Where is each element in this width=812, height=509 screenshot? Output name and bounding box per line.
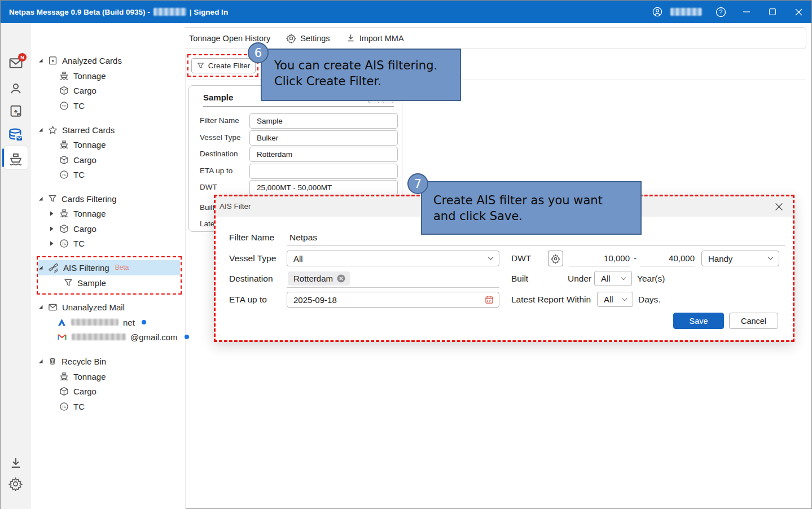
- built-dropdown[interactable]: All: [594, 271, 632, 286]
- toolbar-tonnage-history-button[interactable]: Tonnage Open History: [175, 33, 270, 43]
- callout-number-text: 7: [414, 177, 422, 191]
- tree-expanded-icon[interactable]: [38, 304, 43, 310]
- dwt-min-underline: [569, 266, 630, 266]
- callout-6-number: 6: [248, 42, 269, 63]
- sidebar-item-recycle-bin[interactable]: Recycle Bin: [38, 354, 106, 368]
- dwt-class-dropdown[interactable]: Handy: [701, 251, 779, 266]
- card-spade-icon: ♠: [9, 104, 23, 118]
- vessel-type-input[interactable]: Bulker: [249, 130, 398, 146]
- eta-input[interactable]: [249, 164, 398, 179]
- tc-icon: TC: [59, 239, 69, 248]
- sidebar-item-mail-account-1[interactable]: net: [57, 315, 146, 330]
- sidebar-item-ais-sample[interactable]: Sample: [64, 275, 106, 290]
- sidebar-item-analyzed-cards[interactable]: ♠ Analyzed Cards: [38, 53, 122, 68]
- filter-name-value[interactable]: Netpas: [289, 232, 317, 243]
- tree-expanded-icon[interactable]: [38, 265, 43, 270]
- svg-text:?: ?: [719, 8, 722, 15]
- svg-text:TC: TC: [62, 242, 67, 245]
- latest-report-label: Latest Report: [511, 295, 564, 305]
- ship-icon: [8, 152, 23, 167]
- sidebar-item-ais-filtering[interactable]: AIS Filtering Beta: [38, 260, 129, 275]
- database-mail-icon: [8, 128, 23, 143]
- rail-download-button[interactable]: [1, 452, 30, 475]
- dwt-input[interactable]: 25,000MT - 50,000MT: [249, 180, 398, 195]
- sidebar-item-starred-cards[interactable]: Starred Cards: [38, 122, 115, 137]
- account-button[interactable]: [644, 1, 670, 23]
- sidebar-item-recycle-cargo[interactable]: Cargo: [59, 384, 96, 398]
- callout-6-line-2: Click Create Filter.: [274, 73, 460, 89]
- signed-in-status: | Signed In: [190, 8, 228, 16]
- tree-collapsed-icon[interactable]: [49, 210, 55, 217]
- destination-chip[interactable]: Rotterdam: [288, 271, 350, 286]
- svg-text:TC: TC: [62, 104, 67, 107]
- sidebar-item-label: Unanalyzed Mail: [62, 302, 125, 312]
- sidebar-item-label: Analyzed Cards: [62, 56, 122, 65]
- sidebar-item-label: TC: [73, 101, 85, 111]
- dwt-max-input[interactable]: 40,000: [640, 253, 695, 263]
- sidebar-item-analyzed-tc[interactable]: TC TC: [59, 98, 85, 113]
- sidebar-item-filtering-tonnage[interactable]: Tonnage: [49, 206, 106, 221]
- sidebar-item-analyzed-tonnage[interactable]: Tonnage: [59, 68, 106, 83]
- sidebar-item-cards-filtering[interactable]: Cards Filtering: [38, 191, 117, 206]
- sidebar-item-label: Starred Cards: [62, 125, 115, 135]
- eta-date-input[interactable]: 2025-09-18: [287, 292, 499, 308]
- tree-expanded-icon[interactable]: [38, 196, 43, 201]
- blurred-email-address: [72, 334, 126, 340]
- sidebar-item-unanalyzed-mail[interactable]: Unanalyzed Mail: [38, 300, 125, 314]
- email-suffix: @gmail.com: [130, 332, 178, 342]
- dialog-close-button[interactable]: [771, 199, 786, 214]
- tree-collapsed-icon[interactable]: [49, 226, 55, 232]
- toolbar-settings-button[interactable]: Settings: [286, 33, 330, 43]
- star-icon: [48, 125, 58, 135]
- rail-contacts-button[interactable]: [1, 77, 30, 100]
- close-button[interactable]: [785, 1, 811, 23]
- card-title-divider: [203, 106, 394, 107]
- satellite-icon: [48, 262, 59, 273]
- tree-collapsed-icon[interactable]: [49, 240, 55, 247]
- ship-icon: [59, 372, 69, 381]
- rail-cards-button[interactable]: ♠: [1, 100, 30, 122]
- sidebar-item-filtering-cargo[interactable]: Cargo: [49, 221, 96, 236]
- rail-settings-button[interactable]: [1, 472, 30, 495]
- latest-report-dropdown[interactable]: All: [597, 292, 633, 307]
- dwt-class-value: Handy: [708, 254, 732, 264]
- title-bar: Netpas Message 0.9 Beta (Build 0935) - |…: [1, 1, 811, 23]
- sidebar-item-starred-tonnage[interactable]: Tonnage: [59, 137, 106, 152]
- sidebar-item-label: TC: [73, 170, 85, 179]
- sidebar-item-label: Sample: [77, 278, 106, 288]
- vessel-type-label: Vessel Type: [229, 253, 276, 264]
- card-row-eta: ETA up to: [189, 164, 402, 179]
- tree-expanded-icon[interactable]: [38, 58, 43, 63]
- destination-input[interactable]: Rotterdam: [249, 147, 398, 162]
- sidebar-item-analyzed-cargo[interactable]: Cargo: [59, 83, 96, 98]
- help-icon: ?: [716, 7, 726, 17]
- sidebar-item-filtering-tc[interactable]: TC TC: [49, 236, 85, 251]
- rail-ship-button[interactable]: [1, 148, 30, 171]
- maximize-button[interactable]: [760, 1, 785, 23]
- sidebar-item-recycle-tc[interactable]: TC TC: [59, 399, 85, 414]
- toolbar-import-mma-button[interactable]: Import MMA: [346, 33, 404, 43]
- cancel-button[interactable]: Cancel: [729, 313, 778, 329]
- create-filter-button[interactable]: Create Filter: [191, 58, 256, 73]
- field-label: Destination: [200, 150, 238, 158]
- filter-name-input[interactable]: Sample: [249, 113, 398, 129]
- sidebar-item-starred-cargo[interactable]: Cargo: [59, 152, 96, 167]
- dwt-settings-button[interactable]: [548, 251, 563, 266]
- calendar-icon[interactable]: [485, 295, 494, 304]
- callout-7-line-2: and click Save.: [433, 208, 640, 224]
- vessel-type-dropdown[interactable]: All: [287, 251, 499, 266]
- minimize-button[interactable]: [734, 1, 760, 23]
- funnel-icon: [48, 194, 57, 203]
- rail-analyzed-db-button[interactable]: [1, 124, 30, 146]
- sidebar-item-recycle-tonnage[interactable]: Tonnage: [59, 369, 106, 384]
- save-button[interactable]: Save: [673, 313, 724, 329]
- person-circle-icon: [652, 7, 662, 17]
- tree-expanded-icon[interactable]: [38, 127, 43, 133]
- close-icon: [775, 203, 783, 211]
- sidebar-item-mail-account-2[interactable]: @gmail.com: [57, 330, 189, 344]
- sidebar-item-starred-tc[interactable]: TC TC: [59, 167, 85, 182]
- help-button[interactable]: ?: [708, 1, 734, 23]
- tree-expanded-icon[interactable]: [38, 358, 43, 364]
- dwt-min-input[interactable]: 10,000: [569, 253, 630, 263]
- remove-chip-icon[interactable]: [337, 274, 345, 283]
